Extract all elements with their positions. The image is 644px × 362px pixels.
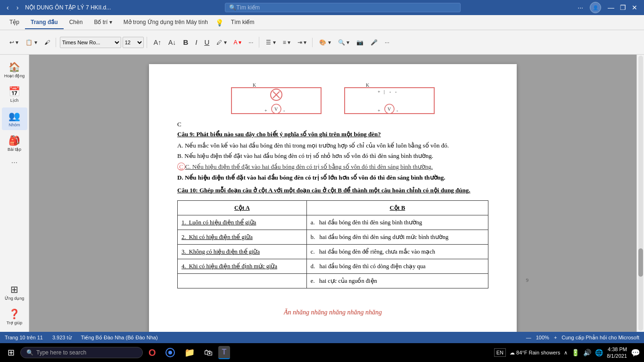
shrink-font-button[interactable]: A↓ — [165, 37, 179, 48]
taskbar-search-text: Type here to search — [36, 349, 86, 356]
redo-button[interactable]: 📋 ▾ — [23, 38, 40, 47]
zoom-level: 100% — [536, 335, 549, 340]
svg-text:+: + — [378, 108, 380, 113]
system-clock[interactable]: 4:38 PM 8/1/2021 — [607, 346, 627, 360]
table-cell-a1: 1. Luôn có hiệu điện thể giữa — [178, 215, 307, 230]
network-icon[interactable]: 🌐 — [595, 349, 603, 356]
find-button[interactable]: 🔍 ▾ — [335, 38, 352, 47]
table-row: 3. Không có hiệu điện thế giữa c. hai đầ… — [178, 244, 488, 259]
store-app[interactable]: 🛍 — [200, 346, 216, 360]
undo-button[interactable]: ↩ ▾ — [7, 38, 21, 47]
taskbar-search-bar[interactable]: 🔍 Type here to search — [20, 347, 143, 358]
page-number-indicator: 9 — [526, 276, 529, 285]
numbered-list-button[interactable]: ≡ ▾ — [280, 38, 293, 47]
sidebar-item-home[interactable]: 🏠 Hoạt động — [2, 58, 27, 81]
bold-button[interactable]: B — [180, 37, 191, 48]
apps-icon: ⊞ — [10, 284, 18, 295]
table-cell-b1: a. hai đầu bóng đèn thì đèn sáng bình th… — [306, 215, 488, 230]
taskbar-search-icon: 🔍 — [26, 349, 33, 356]
language-indicator[interactable]: EN — [494, 348, 506, 357]
tab-bo-tri[interactable]: Bố trí ▾ — [88, 16, 117, 29]
table-cell-a5 — [178, 273, 307, 288]
sidebar-more-button[interactable]: ··· — [9, 156, 19, 169]
more-options-button[interactable]: ··· — [575, 3, 586, 12]
style-button[interactable]: 🎨 ▾ — [316, 38, 333, 47]
file-explorer-app[interactable]: 📁 — [181, 346, 198, 360]
scrollbar-thumb[interactable] — [638, 248, 643, 277]
sidebar-item-apps[interactable]: ⊞ Ứng dụng — [2, 281, 27, 304]
sidebar-label-calendar: Lịch — [10, 98, 19, 103]
opera-app[interactable]: O — [145, 346, 160, 360]
table-cell-b5: e. hai cực của nguồn điện — [306, 273, 488, 288]
table-row: 4. Khi có hiệu điện thế định mức giữa d.… — [178, 259, 488, 273]
bullet-list-button[interactable]: ☰ ▾ — [263, 38, 278, 47]
notification-button[interactable]: 💬 — [631, 348, 640, 357]
svg-text:-: - — [395, 89, 396, 94]
indent-button[interactable]: ⇥ ▾ — [295, 38, 309, 47]
more-text-button[interactable]: ··· — [246, 38, 256, 47]
svg-text:+: + — [378, 89, 380, 94]
zoom-minus-button[interactable]: — — [526, 335, 531, 340]
grow-font-button[interactable]: A↑ — [151, 37, 164, 48]
screenshot-button[interactable]: 📷 — [354, 38, 366, 47]
q10-title: Câu 10: Ghép mỗi đoạn câu ở cột A với mộ… — [177, 186, 488, 196]
tab-chen[interactable]: Chèn — [64, 16, 89, 29]
title-bar: ‹ › NỘI DUNG ÔN TẬP LÝ 7 HKII.d... 🔍 ···… — [0, 0, 644, 15]
col-b-header: Cột B — [306, 200, 488, 215]
windows-start-button[interactable]: ⊞ — [4, 346, 18, 360]
list-section: ☰ ▾ ≡ ▾ ⇥ ▾ — [260, 38, 313, 47]
sidebar-label-assignments: Bài tập — [8, 147, 21, 152]
zoom-plus-button[interactable]: + — [554, 335, 557, 340]
sidebar-item-teams[interactable]: 👥 Nhóm — [2, 107, 27, 130]
circuit-2: K + | - - V + - — [342, 83, 437, 116]
sidebar-item-calendar[interactable]: 📅 Lịch — [2, 83, 27, 106]
weather-widget[interactable]: ☁ 84°F Rain showers — [510, 350, 560, 356]
statusbar-right: — 100% + Cung cấp Phản hồi cho Microsoft — [526, 335, 639, 341]
more-tools-button[interactable]: ··· — [382, 38, 392, 47]
close-button[interactable]: ✕ — [629, 3, 640, 12]
teams-app[interactable]: T — [218, 346, 231, 359]
tab-trang-dau[interactable]: Trang đầu — [25, 16, 64, 29]
q9-answer-d: D. Nếu hiệu điện thế đặt vào hai đầu bón… — [177, 173, 488, 183]
footer-text: Ăn nhăng nhăng nhăng nhăng nhăng — [177, 307, 488, 318]
maximize-button[interactable]: ❐ — [617, 3, 629, 12]
feedback-link[interactable]: Cung cấp Phản hồi cho Microsoft — [561, 335, 639, 341]
font-size-select[interactable]: 12 — [123, 37, 144, 48]
minimize-button[interactable]: — — [605, 3, 617, 12]
svg-text:K: K — [253, 83, 256, 88]
tab-tim-kiem[interactable]: Tìm kiếm — [225, 16, 260, 29]
titlebar-search-bar[interactable]: 🔍 — [225, 3, 461, 12]
font-name-select[interactable]: Times New Ro... — [60, 37, 121, 48]
volume-icon[interactable]: 🔊 — [583, 349, 591, 356]
matching-table: Cột A Cột B 1. Luôn có hiệu điện thể giữ… — [177, 200, 488, 288]
highlight-button[interactable]: 🖊 ▾ — [214, 38, 229, 47]
titlebar-nav: ‹ › — [4, 3, 21, 12]
nav-back-button[interactable]: ‹ — [4, 3, 12, 12]
sidebar-label-help: Trợ giúp — [7, 321, 23, 325]
font-color-button[interactable]: A ▾ — [231, 38, 245, 47]
q9-answer-a: A. Nếu mắc vôn kế vào hai đầu bóng đèn t… — [177, 141, 488, 151]
table-row: 1. Luôn có hiệu điện thể giữa a. hai đầu… — [178, 215, 488, 230]
right-scrollbar[interactable] — [636, 55, 644, 332]
undo-redo-section: ↩ ▾ 📋 ▾ 🖌 — [4, 38, 56, 47]
page-info: Trang 10 trên 11 — [5, 335, 43, 340]
battery-icon: 🔋 — [571, 349, 579, 356]
chrome-app[interactable] — [162, 346, 179, 359]
tab-tep[interactable]: Tệp — [4, 16, 25, 29]
mic-button[interactable]: 🎤 — [368, 38, 380, 47]
underline-button[interactable]: U — [201, 37, 212, 48]
sidebar-item-assignments[interactable]: 🎒 Bài tập — [2, 132, 27, 155]
word-count: 3.923 từ — [52, 335, 72, 341]
nav-forward-button[interactable]: › — [14, 3, 22, 12]
status-bar: Trang 10 trên 11 3.923 từ Tiếng Bồ Đào N… — [0, 332, 644, 343]
avatar[interactable]: 👤 — [590, 2, 601, 13]
document-area: K V + - — [29, 55, 636, 332]
chevron-up-tray[interactable]: ∧ — [564, 350, 568, 356]
title-search-input[interactable] — [236, 4, 456, 11]
teams-icon: 👥 — [8, 110, 20, 122]
tab-mo-trong-ung-dung[interactable]: Mở trong Ứng dụng trên Máy tính — [118, 16, 214, 29]
sidebar-item-help[interactable]: ❓ Trợ giúp — [2, 305, 27, 328]
help-icon: ❓ — [8, 308, 20, 320]
format-painter-button[interactable]: 🖌 — [41, 38, 53, 47]
italic-button[interactable]: I — [192, 37, 200, 48]
